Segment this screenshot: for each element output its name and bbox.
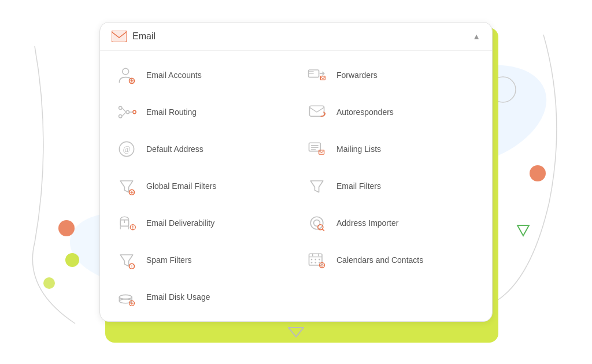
card-header-left: Email <box>112 31 156 42</box>
forwarders-label: Forwarders <box>336 70 378 80</box>
svg-point-56 <box>311 258 313 260</box>
svg-marker-37 <box>310 181 323 192</box>
email-routing-item[interactable]: Email Routing <box>106 94 296 131</box>
svg-point-21 <box>133 110 136 113</box>
svg-point-18 <box>119 106 122 109</box>
svg-rect-25 <box>309 106 324 116</box>
mailing-lists-item[interactable]: Mailing Lists <box>296 131 486 168</box>
svg-marker-71 <box>288 328 304 337</box>
email-accounts-label: Email Accounts <box>146 70 202 80</box>
global-email-filters-item[interactable]: Global Email Filters <box>106 168 296 205</box>
card-header: Email ▲ <box>100 23 492 51</box>
svg-point-10 <box>123 68 129 75</box>
items-grid: Email Accounts <box>100 51 492 321</box>
panel-title: Email <box>132 31 156 42</box>
email-deliverability-label: Email Deliverability <box>146 218 214 228</box>
address-importer-item[interactable]: Address Importer <box>296 205 486 242</box>
email-accounts-item[interactable]: Email Accounts <box>106 57 296 94</box>
mailing-lists-icon <box>305 138 328 161</box>
svg-line-48 <box>322 229 324 231</box>
email-header-icon <box>112 31 127 42</box>
autoresponders-item[interactable]: Autoresponders <box>296 94 486 131</box>
svg-point-44 <box>132 228 133 229</box>
svg-marker-33 <box>120 181 133 192</box>
email-filters-item[interactable]: Email Filters <box>296 168 486 205</box>
email-panel-card: Email ▲ E <box>99 22 493 322</box>
bottom-chevron-icon <box>287 326 305 338</box>
spam-filters-item[interactable]: ! Spam Filters <box>106 242 296 278</box>
forwarders-icon <box>305 64 328 87</box>
svg-point-60 <box>314 262 316 263</box>
email-filters-icon <box>305 174 328 198</box>
address-importer-label: Address Importer <box>336 218 398 228</box>
svg-point-57 <box>314 258 316 260</box>
global-email-filters-icon <box>115 174 138 198</box>
collapse-chevron[interactable]: ▲ <box>472 32 480 41</box>
spam-filters-label: Spam Filters <box>146 255 192 265</box>
email-disk-usage-label: Email Disk Usage <box>146 292 210 302</box>
svg-point-19 <box>119 114 122 117</box>
calendars-contacts-icon: @ <box>305 248 328 272</box>
svg-point-67 <box>119 295 132 299</box>
svg-rect-17 <box>320 76 325 79</box>
address-importer-icon <box>305 211 328 235</box>
svg-point-58 <box>319 258 320 260</box>
svg-line-22 <box>122 107 126 112</box>
mailing-lists-label: Mailing Lists <box>336 144 381 154</box>
email-accounts-icon <box>115 64 138 87</box>
autoresponders-icon <box>305 101 328 124</box>
svg-text:!: ! <box>131 264 132 269</box>
email-deliverability-icon <box>115 211 138 235</box>
default-address-icon: @ <box>115 138 138 161</box>
email-routing-label: Email Routing <box>146 107 197 117</box>
spam-filters-icon: ! <box>115 248 138 272</box>
calendars-contacts-label: Calendars and Contacts <box>336 255 423 265</box>
svg-line-23 <box>122 112 126 116</box>
email-disk-usage-icon <box>115 285 138 309</box>
svg-point-20 <box>126 110 129 113</box>
svg-point-45 <box>310 217 323 229</box>
global-email-filters-label: Global Email Filters <box>146 181 216 191</box>
email-filters-label: Email Filters <box>336 181 381 191</box>
svg-text:@: @ <box>123 144 130 154</box>
svg-rect-8 <box>112 31 127 42</box>
svg-point-59 <box>311 262 313 263</box>
calendars-contacts-item[interactable]: @ Calendars and Contacts <box>296 242 486 278</box>
autoresponders-label: Autoresponders <box>336 107 394 117</box>
card-wrapper: Email ▲ E <box>99 22 493 343</box>
email-routing-icon <box>115 101 138 124</box>
forwarders-item[interactable]: Forwarders <box>296 57 486 94</box>
page-center: Email ▲ E <box>0 0 592 364</box>
svg-text:@: @ <box>320 263 324 268</box>
email-disk-usage-item[interactable]: Email Disk Usage <box>106 278 296 315</box>
bottom-chevron-area <box>99 322 493 343</box>
default-address-label: Default Address <box>146 144 204 154</box>
default-address-item[interactable]: @ Default Address <box>106 131 296 168</box>
email-deliverability-item[interactable]: Email Deliverability <box>106 205 296 242</box>
